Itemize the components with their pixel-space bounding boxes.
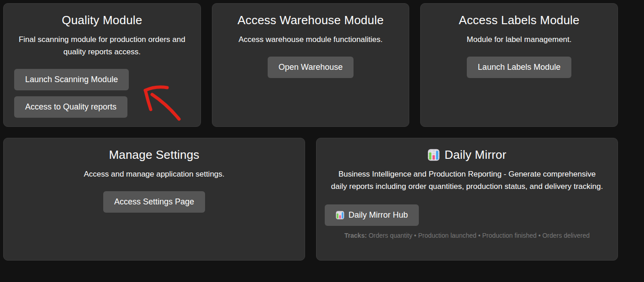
daily-mirror-button-row: Daily Mirror Hub xyxy=(324,193,610,226)
quality-module-card: Quality Module Final scanning module for… xyxy=(3,3,201,127)
daily-mirror-title: Daily Mirror xyxy=(444,148,506,162)
open-warehouse-button[interactable]: Open Warehouse xyxy=(268,57,354,78)
modules-dashboard: { "colors": { "page-bg": "#121212", "car… xyxy=(0,0,644,282)
launch-labels-module-button[interactable]: Launch Labels Module xyxy=(467,57,571,78)
tracks-line: Tracks: Orders quantity • Production lau… xyxy=(324,232,610,240)
bar-chart-icon xyxy=(428,149,440,161)
daily-mirror-title-row: Daily Mirror xyxy=(324,148,610,162)
daily-mirror-card: Daily Mirror Business Intelligence and P… xyxy=(316,138,618,261)
quality-button-stack: Launch Scanning Module Access to Quality… xyxy=(11,69,193,118)
labels-module-description: Module for label management. xyxy=(428,33,610,46)
access-settings-page-button[interactable]: Access Settings Page xyxy=(103,191,205,213)
daily-mirror-description: Business Intelligence and Production Rep… xyxy=(330,168,604,193)
daily-mirror-hub-button[interactable]: Daily Mirror Hub xyxy=(325,204,419,226)
warehouse-module-description: Access warehouse module functionalities. xyxy=(220,33,402,46)
tracks-items: Orders quantity • Production launched • … xyxy=(369,232,590,239)
quality-module-title: Quality Module xyxy=(11,13,193,27)
labels-module-card: Access Labels Module Module for label ma… xyxy=(420,3,618,127)
daily-mirror-hub-button-label: Daily Mirror Hub xyxy=(348,210,408,220)
quality-module-description: Final scanning module for production ord… xyxy=(11,33,193,58)
warehouse-module-title: Access Warehouse Module xyxy=(220,13,402,27)
dashboard-grid: Quality Module Final scanning module for… xyxy=(3,3,618,261)
bar-chart-icon xyxy=(336,211,344,219)
access-quality-reports-button[interactable]: Access to Quality reports xyxy=(14,96,127,118)
warehouse-module-card: Access Warehouse Module Access warehouse… xyxy=(212,3,410,127)
top-row: Quality Module Final scanning module for… xyxy=(3,3,618,127)
bottom-row: Manage Settings Access and manage applic… xyxy=(3,138,618,261)
launch-scanning-module-button[interactable]: Launch Scanning Module xyxy=(14,69,129,90)
manage-settings-description: Access and manage application settings. xyxy=(11,168,297,180)
tracks-label: Tracks: xyxy=(344,232,367,239)
manage-settings-card: Manage Settings Access and manage applic… xyxy=(3,138,305,261)
manage-settings-title: Manage Settings xyxy=(11,148,297,162)
labels-module-title: Access Labels Module xyxy=(428,13,610,27)
